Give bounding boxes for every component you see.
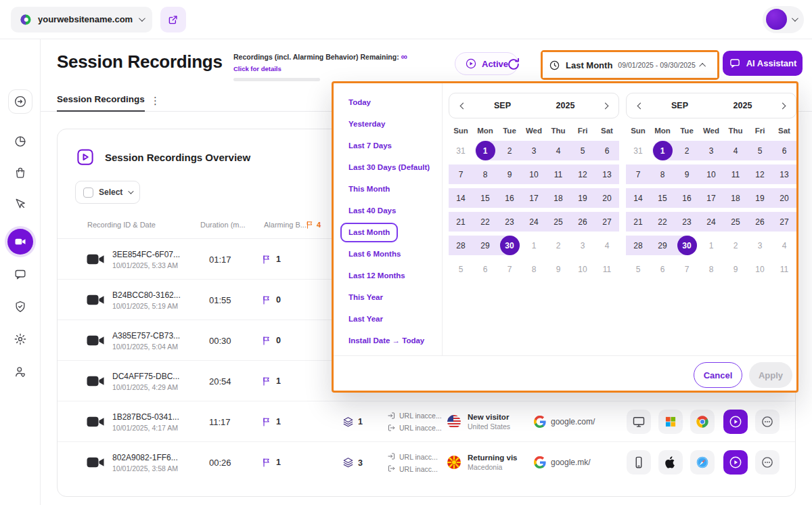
calendar-day[interactable]: 29: [473, 234, 497, 257]
calendar-day[interactable]: 24: [522, 210, 546, 234]
datepicker-preset-last-7-days[interactable]: Last 7 Days: [340, 136, 400, 156]
datepicker-preset-last-6-months[interactable]: Last 6 Months: [340, 244, 409, 264]
calendar-day[interactable]: 8: [699, 257, 723, 281]
calendar-day[interactable]: 10: [570, 257, 595, 281]
datepicker-preset-install-date-today[interactable]: Install Date → Today: [340, 331, 432, 351]
calendar-day[interactable]: 28: [449, 234, 473, 257]
account-menu[interactable]: [763, 6, 804, 33]
calendar-day[interactable]: 20: [772, 186, 796, 210]
datepicker-preset-today[interactable]: Today: [340, 93, 379, 112]
calendar-day[interactable]: 10: [522, 162, 546, 186]
calendar-day[interactable]: 3: [570, 234, 595, 257]
calendar-day[interactable]: 26: [570, 210, 595, 234]
play-button[interactable]: [723, 410, 748, 434]
sidebar-item-behavior[interactable]: [7, 191, 33, 217]
row-menu-button[interactable]: [755, 410, 780, 434]
datepicker-preset-last-30-days-default[interactable]: Last 30 Days (Default): [340, 158, 438, 177]
prev-month-button[interactable]: [632, 97, 648, 114]
column-duration[interactable]: Duration (m...: [200, 221, 246, 229]
refresh-button[interactable]: [506, 57, 521, 72]
sidebar-item-collapse[interactable]: [8, 89, 32, 114]
calendar-day[interactable]: 1: [473, 139, 497, 162]
sidebar-item-settings[interactable]: [7, 326, 33, 352]
calendar-day[interactable]: 16: [497, 186, 522, 210]
calendar-day[interactable]: 12: [570, 162, 595, 186]
calendar-day[interactable]: 30: [497, 234, 522, 257]
calendar-day[interactable]: 7: [449, 162, 473, 186]
calendar-day[interactable]: 5: [449, 257, 473, 281]
sidebar-item-analytics[interactable]: [7, 129, 33, 154]
calendar-day[interactable]: 9: [723, 257, 748, 281]
video-recording-icon[interactable]: [85, 330, 106, 351]
tab-options-button[interactable]: ⋮: [150, 95, 160, 107]
calendar-day[interactable]: 28: [626, 234, 650, 257]
calendar-day[interactable]: 1: [699, 234, 723, 257]
video-recording-icon[interactable]: [85, 452, 106, 473]
date-range-button[interactable]: Last Month 09/01/2025 - 09/30/2025: [543, 52, 717, 78]
calendar-day[interactable]: 8: [522, 257, 546, 281]
cancel-button[interactable]: Cancel: [694, 362, 742, 388]
calendar-day[interactable]: 4: [772, 234, 796, 257]
calendar-day[interactable]: 5: [748, 139, 772, 162]
calendar-day[interactable]: 17: [699, 186, 723, 210]
table-row[interactable]: 802A9082-1FF6... 10/01/2025, 3:58 AM 00:…: [58, 442, 795, 483]
calendar-day[interactable]: 16: [675, 186, 699, 210]
calendar-day[interactable]: 2: [497, 139, 522, 162]
details-link[interactable]: Click for details: [233, 65, 281, 72]
calendar-day[interactable]: 14: [626, 186, 650, 210]
video-recording-icon[interactable]: [85, 290, 106, 310]
calendar-day[interactable]: 15: [473, 186, 497, 210]
open-site-button[interactable]: [160, 7, 186, 32]
calendar-day[interactable]: 10: [699, 162, 723, 186]
sidebar-item-security[interactable]: [7, 294, 33, 320]
column-recording-id[interactable]: Recording ID & Date: [87, 221, 156, 229]
next-month-button[interactable]: [774, 97, 790, 114]
column-alarming[interactable]: Alarming B...: [264, 221, 307, 229]
calendar-day[interactable]: 4: [546, 139, 570, 162]
calendar-day[interactable]: 25: [723, 210, 748, 234]
calendar-day[interactable]: 5: [570, 139, 595, 162]
next-month-button[interactable]: [597, 97, 613, 114]
calendar-day[interactable]: 3: [522, 139, 546, 162]
calendar-day[interactable]: 7: [675, 257, 699, 281]
calendar-day[interactable]: 9: [546, 257, 570, 281]
calendar-day[interactable]: 4: [723, 139, 748, 162]
calendar-day[interactable]: 6: [650, 257, 675, 281]
calendar-day[interactable]: 4: [595, 234, 619, 257]
datepicker-preset-last-year[interactable]: Last Year: [340, 309, 391, 329]
sidebar-item-store[interactable]: [7, 160, 33, 185]
calendar-day[interactable]: 7: [497, 257, 522, 281]
calendar-day[interactable]: 1: [522, 234, 546, 257]
datepicker-preset-this-year[interactable]: This Year: [340, 288, 391, 307]
calendar-day[interactable]: 6: [473, 257, 497, 281]
calendar-day[interactable]: 23: [497, 210, 522, 234]
calendar-day[interactable]: 13: [595, 162, 619, 186]
video-recording-icon[interactable]: [85, 412, 106, 432]
website-selector[interactable]: yourwebsitename.com: [11, 7, 152, 32]
sidebar-item-profile[interactable]: [7, 359, 33, 385]
datepicker-preset-this-month[interactable]: This Month: [340, 179, 398, 199]
sidebar-item-feedback[interactable]: [7, 262, 33, 288]
calendar-day[interactable]: 11: [546, 162, 570, 186]
datepicker-preset-last-40-days[interactable]: Last 40 Days: [340, 201, 404, 221]
select-dropdown[interactable]: Select: [75, 181, 140, 204]
calendar-day[interactable]: 24: [699, 210, 723, 234]
calendar-day[interactable]: 8: [650, 162, 675, 186]
datepicker-preset-last-12-months[interactable]: Last 12 Months: [340, 266, 413, 286]
calendar-day[interactable]: 9: [675, 162, 699, 186]
calendar-day[interactable]: 22: [650, 210, 675, 234]
calendar-day[interactable]: 31: [449, 139, 473, 162]
calendar-day[interactable]: 2: [675, 139, 699, 162]
ai-assistant-button[interactable]: AI Assistant: [723, 51, 803, 76]
datepicker-preset-last-month[interactable]: Last Month: [340, 223, 398, 242]
calendar-day[interactable]: 18: [723, 186, 748, 210]
calendar-day[interactable]: 30: [675, 234, 699, 257]
calendar-day[interactable]: 6: [595, 139, 619, 162]
calendar-day[interactable]: 7: [626, 162, 650, 186]
calendar-day[interactable]: 15: [650, 186, 675, 210]
apply-button[interactable]: Apply: [749, 362, 792, 388]
calendar-day[interactable]: 2: [723, 234, 748, 257]
calendar-day[interactable]: 11: [595, 257, 619, 281]
checkbox[interactable]: [83, 188, 93, 198]
table-row[interactable]: 1B287BC5-0341... 10/01/2025, 4:17 AM 11:…: [58, 401, 795, 442]
